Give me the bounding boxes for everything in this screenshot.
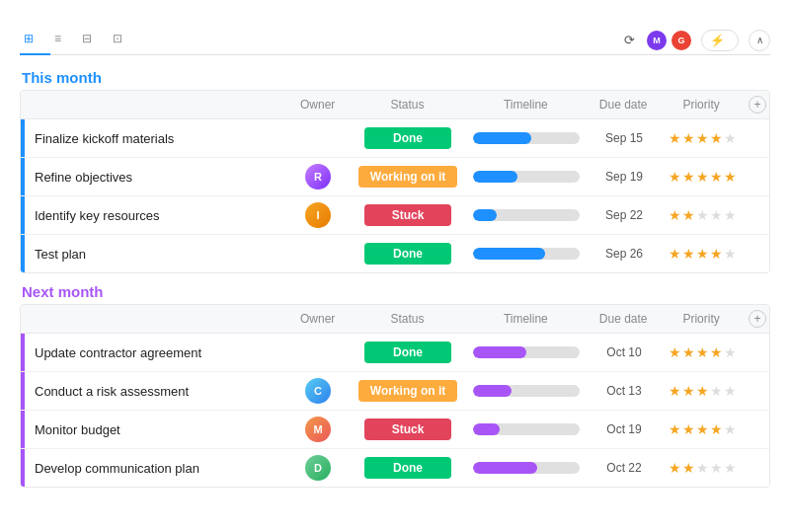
table-row: Refine objectives R Working on it Sep 19… bbox=[21, 158, 769, 196]
col-header-owner: Owner bbox=[282, 98, 354, 112]
row-owner-cell: M bbox=[282, 417, 354, 442]
col-header-timeline: Timeline bbox=[461, 98, 590, 112]
star-3: ★ bbox=[696, 460, 709, 476]
row-priority-cell: ★★★★★ bbox=[658, 207, 747, 223]
timeline-fill bbox=[473, 171, 517, 183]
timeline-bar bbox=[473, 462, 580, 474]
status-badge: Done bbox=[364, 342, 451, 363]
row-duedate-cell: Oct 10 bbox=[591, 345, 658, 359]
timeline-fill bbox=[473, 346, 526, 358]
collapse-button[interactable]: ∧ bbox=[749, 30, 770, 51]
section-this-month: This month Owner Status Timeline Due dat… bbox=[20, 69, 770, 273]
row-priority-cell: ★★★★★ bbox=[658, 460, 747, 476]
tab-dashboard[interactable]: ⊡ bbox=[109, 26, 139, 55]
col-header-duedate: Due date bbox=[590, 312, 657, 326]
timeline-fill bbox=[473, 209, 497, 221]
col-header-duedate: Due date bbox=[590, 98, 657, 112]
section-title: This month bbox=[22, 69, 102, 86]
automate-icon: ⚡ bbox=[710, 34, 725, 47]
star-1: ★ bbox=[669, 169, 681, 185]
avatar: D bbox=[305, 455, 331, 481]
row-status-cell: Done bbox=[354, 127, 462, 149]
table-row: Finalize kickoff materials Done Sep 15 ★… bbox=[21, 119, 769, 158]
star-4: ★ bbox=[710, 207, 723, 223]
kanban-icon: ⊟ bbox=[82, 32, 92, 45]
row-timeline-cell bbox=[462, 385, 591, 397]
row-duedate-cell: Oct 22 bbox=[591, 461, 658, 475]
timeline-bar bbox=[473, 171, 580, 183]
star-5: ★ bbox=[724, 130, 737, 146]
add-column-button[interactable]: + bbox=[749, 96, 766, 114]
timeline-icon: ≡ bbox=[54, 32, 61, 45]
star-1: ★ bbox=[669, 344, 681, 360]
row-timeline-cell bbox=[462, 171, 591, 183]
tab-bar-right: ⟳ M G ⚡ ∧ bbox=[624, 30, 770, 51]
star-2: ★ bbox=[682, 169, 695, 185]
integrate-avatar1: M bbox=[647, 31, 667, 50]
star-3: ★ bbox=[696, 344, 709, 360]
star-4: ★ bbox=[710, 130, 723, 146]
star-4: ★ bbox=[710, 246, 723, 262]
tab-main-table[interactable]: ⊞ bbox=[20, 26, 50, 55]
tab-kanban[interactable]: ⊟ bbox=[78, 26, 109, 55]
integrate-icon: ⟳ bbox=[624, 33, 635, 47]
star-2: ★ bbox=[682, 246, 695, 262]
tab-timeline[interactable]: ≡ bbox=[50, 26, 78, 55]
star-4: ★ bbox=[710, 169, 723, 185]
row-owner-cell: D bbox=[282, 455, 354, 481]
row-status-cell: Working on it bbox=[354, 380, 462, 402]
star-5: ★ bbox=[724, 460, 737, 476]
task-name: Test plan bbox=[25, 247, 86, 262]
status-badge: Done bbox=[364, 457, 451, 479]
row-status-cell: Stuck bbox=[354, 204, 462, 226]
row-duedate-cell: Oct 19 bbox=[591, 422, 658, 436]
star-2: ★ bbox=[682, 421, 695, 437]
status-badge: Stuck bbox=[364, 204, 451, 226]
row-status-cell: Done bbox=[354, 342, 462, 363]
row-owner-cell: I bbox=[282, 202, 354, 228]
table-wrapper: Owner Status Timeline Due date Priority … bbox=[20, 304, 770, 488]
status-badge: Done bbox=[364, 243, 451, 265]
row-status-cell: Done bbox=[354, 457, 462, 479]
automate-button[interactable]: ⚡ bbox=[701, 30, 739, 51]
row-status-cell: Done bbox=[354, 243, 462, 265]
task-name: Identify key resources bbox=[25, 208, 159, 223]
row-priority-cell: ★★★★★ bbox=[658, 421, 747, 437]
star-4: ★ bbox=[710, 421, 723, 437]
status-badge: Working on it bbox=[358, 380, 457, 402]
star-1: ★ bbox=[669, 460, 681, 476]
task-name: Develop communication plan bbox=[25, 461, 199, 476]
add-column-button[interactable]: + bbox=[749, 310, 766, 328]
star-2: ★ bbox=[682, 207, 695, 223]
table-row: Test plan Done Sep 26 ★★★★★ bbox=[21, 235, 769, 272]
tab-bar: ⊞ ≡ ⊟ ⊡ ⟳ M G ⚡ bbox=[20, 26, 770, 55]
row-status-cell: Working on it bbox=[354, 166, 462, 188]
task-name: Conduct a risk assessment bbox=[25, 384, 189, 399]
col-header-priority: Priority bbox=[657, 98, 746, 112]
table-row: Monitor budget M Stuck Oct 19 ★★★★★ bbox=[21, 411, 769, 449]
section-header: This month bbox=[20, 69, 770, 86]
timeline-fill bbox=[473, 462, 537, 474]
table-header-row: Owner Status Timeline Due date Priority … bbox=[21, 305, 769, 334]
row-name-cell: Finalize kickoff materials bbox=[21, 119, 282, 157]
row-owner-cell: R bbox=[282, 164, 354, 190]
col-header-status: Status bbox=[354, 98, 462, 112]
row-duedate-cell: Sep 26 bbox=[591, 247, 658, 261]
avatar: R bbox=[305, 164, 331, 190]
timeline-bar bbox=[473, 209, 580, 221]
row-timeline-cell bbox=[462, 462, 591, 474]
row-name-cell: Test plan bbox=[21, 235, 282, 272]
section-title: Next month bbox=[22, 283, 104, 300]
timeline-bar bbox=[473, 423, 580, 435]
table-icon: ⊞ bbox=[24, 32, 34, 45]
row-duedate-cell: Sep 22 bbox=[591, 208, 658, 222]
star-1: ★ bbox=[669, 207, 681, 223]
col-header-owner: Owner bbox=[282, 312, 354, 326]
add-tab-button[interactable] bbox=[139, 34, 151, 47]
star-3: ★ bbox=[696, 383, 709, 399]
row-timeline-cell bbox=[462, 209, 591, 221]
integrate-button[interactable]: ⟳ M G bbox=[624, 31, 691, 50]
star-2: ★ bbox=[682, 344, 695, 360]
row-priority-cell: ★★★★★ bbox=[658, 246, 747, 262]
row-priority-cell: ★★★★★ bbox=[658, 169, 747, 185]
